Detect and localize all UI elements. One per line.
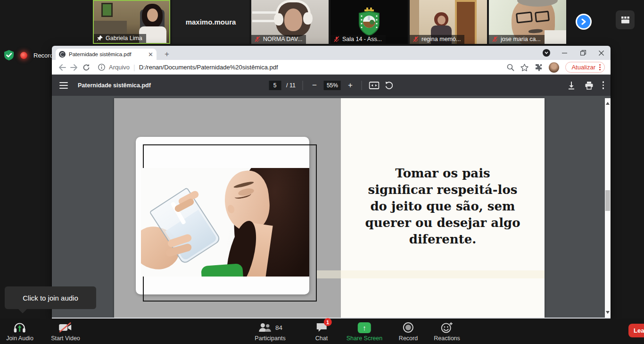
participant-tile-maximo[interactable]: maximo.moura (172, 0, 249, 44)
forward-button[interactable] (68, 61, 80, 74)
share-screen-icon: ↑ (358, 322, 371, 333)
participants-icon (258, 323, 271, 332)
reload-button[interactable] (80, 61, 92, 74)
muted-mic-icon (333, 36, 340, 42)
next-participants-button[interactable] (576, 14, 592, 30)
participant-tile-norma[interactable]: NORMA DAV... (251, 0, 329, 44)
participant-name-label: Sala 14 - Ass... (330, 35, 386, 44)
share-screen-label: Share Screen (347, 335, 382, 342)
download-icon[interactable] (567, 81, 576, 90)
close-button[interactable] (592, 46, 611, 60)
page-number-input[interactable]: 5 (269, 81, 281, 90)
meeting-toolbar: Join Audio Start Video 84 (0, 319, 644, 344)
zoom-in-button[interactable]: + (346, 81, 355, 90)
muted-mic-icon (413, 36, 419, 42)
pdf-toolbar-center: 5 / 11 − 55% + (269, 81, 394, 90)
join-audio-label: Join Audio (6, 335, 33, 342)
reactions-smiley-icon (441, 322, 453, 333)
chat-button[interactable]: 1 Chat (315, 321, 328, 342)
participant-tile-gabriela[interactable]: Gabriela Lima (93, 0, 170, 44)
reload-icon (83, 64, 90, 71)
update-chrome-button[interactable]: Atualizar (565, 62, 605, 73)
print-icon[interactable] (585, 81, 594, 90)
participant-name-label: regina memó... (410, 35, 464, 44)
pdf-favicon-icon (59, 51, 66, 58)
scroll-down-icon[interactable] (606, 311, 610, 316)
pdf-toolbar-left: Paternidade sistêmica.pdf (52, 82, 151, 89)
address-bar[interactable]: Arquivo | D:/renan/Documents/Paternidade… (98, 64, 507, 71)
gallery-view-button[interactable] (616, 10, 635, 29)
quote-line: Tomar os pais (341, 165, 545, 182)
participant-name: NORMA DAV... (263, 36, 302, 42)
gallery-view-icon (621, 17, 629, 24)
restore-button[interactable] (574, 46, 592, 60)
participant-name: regina memó... (421, 36, 461, 42)
pdf-toolbar-right (567, 81, 604, 90)
new-tab-button[interactable]: + (161, 49, 173, 60)
browser-tab[interactable]: Paternidade sistêmica.pdf ✕ (56, 49, 157, 60)
quote-line: significar respeitá-los (341, 182, 545, 198)
update-label: Atualizar (571, 64, 595, 71)
muted-mic-icon (492, 36, 498, 42)
record-button[interactable]: Record (399, 321, 418, 342)
start-video-button[interactable]: Start Video (51, 321, 80, 342)
extensions-puzzle-icon[interactable] (535, 63, 543, 71)
toolbar-divider (362, 81, 362, 90)
ceara-crest-icon (357, 8, 381, 37)
participant-name: Sala 14 - Ass... (342, 36, 382, 42)
chevron-down-icon (545, 51, 548, 54)
chat-badge: 1 (324, 318, 332, 326)
participants-button[interactable]: 84 Participants (255, 321, 285, 342)
browser-scrollbar[interactable] (605, 98, 611, 318)
zoom-level-value[interactable]: 55% (324, 81, 341, 90)
pdf-content-area: Tomar os pais significar respeitá-los do… (52, 96, 611, 318)
recording-dot-icon (20, 52, 27, 59)
participant-tile-jose[interactable]: jose maria ca... (489, 0, 566, 44)
participant-name-label: NORMA DAV... (251, 35, 306, 44)
zoom-out-button[interactable]: − (310, 81, 319, 90)
back-arrow-icon (58, 64, 66, 71)
tab-search-button[interactable] (543, 49, 550, 57)
pdf-toolbar: Paternidade sistêmica.pdf 5 / 11 − 55% + (52, 75, 611, 96)
participant-name: maximo.moura (186, 18, 236, 26)
bookmark-star-icon[interactable] (520, 64, 528, 71)
fit-to-page-icon[interactable] (369, 81, 380, 90)
toolbar-divider (303, 81, 303, 90)
tab-close-icon[interactable]: ✕ (148, 51, 153, 58)
scroll-up-icon[interactable] (606, 100, 610, 105)
join-audio-tooltip: Click to join audio (5, 286, 96, 309)
headphones-icon (14, 322, 26, 333)
participant-tile-sala14[interactable]: Sala 14 - Ass... (330, 0, 408, 44)
join-audio-button[interactable]: Join Audio (6, 321, 33, 342)
security-shield-icon[interactable] (4, 50, 14, 61)
record-icon (403, 322, 414, 333)
chevron-right-icon (580, 18, 587, 25)
quote-line: querer ou desejar algo (341, 215, 545, 231)
pin-icon (97, 35, 103, 42)
pdf-document-title: Paternidade sistêmica.pdf (78, 82, 151, 89)
record-label: Record (399, 335, 418, 342)
browser-menu-icon[interactable] (599, 64, 601, 70)
minimize-button[interactable] (555, 46, 574, 60)
pdf-menu-icon[interactable] (59, 82, 68, 89)
participant-name-label: Gabriela Lima (94, 34, 146, 43)
scrollbar-thumb[interactable] (605, 190, 610, 211)
participants-count: 84 (275, 324, 282, 331)
zoom-meeting-screen: Gabriela Lima maximo.moura NORMA DAV... (0, 0, 644, 344)
forward-arrow-icon (70, 64, 78, 71)
start-video-label: Start Video (51, 335, 80, 342)
leave-button[interactable]: Lea (628, 324, 644, 337)
share-screen-button[interactable]: ↑ Share Screen (347, 321, 382, 342)
participant-tile-regina[interactable]: regina memó... (410, 0, 487, 44)
window-controls (555, 46, 611, 60)
address-url: D:/renan/Documents/Paternidade%20sistêmi… (139, 64, 278, 71)
zoom-search-icon[interactable] (507, 64, 514, 71)
profile-avatar[interactable] (549, 62, 559, 73)
reactions-button[interactable]: Reactions (434, 321, 460, 342)
rotate-icon[interactable] (385, 81, 394, 90)
address-scheme-label: Arquivo (109, 64, 130, 71)
back-button[interactable] (56, 61, 68, 74)
pdf-more-options-icon[interactable] (603, 81, 604, 89)
muted-mic-icon (254, 36, 261, 42)
info-icon[interactable] (98, 64, 105, 71)
